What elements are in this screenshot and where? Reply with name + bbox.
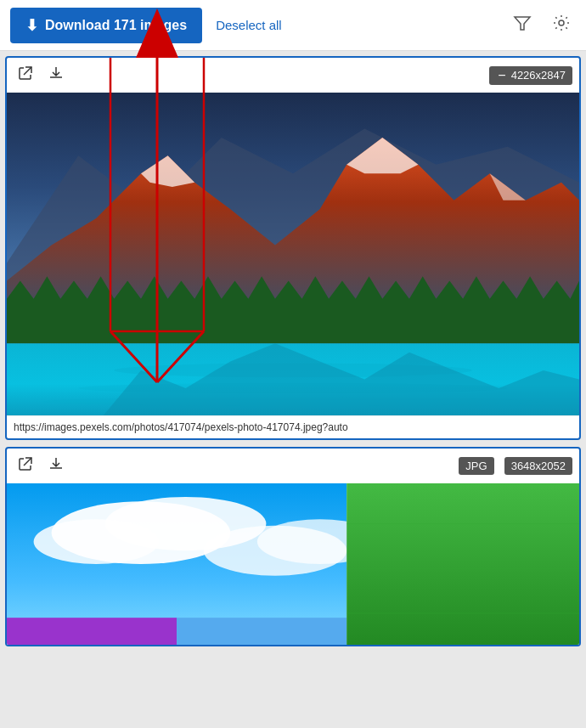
format-badge-2: JPG: [459, 457, 493, 475]
download-button[interactable]: ⬇ Download 171 images: [10, 8, 202, 43]
svg-rect-23: [7, 618, 177, 645]
sky-svg: [7, 483, 579, 645]
download-icon: ⬇: [25, 16, 38, 35]
dimension-badge-2: 3648x2052: [504, 457, 572, 475]
dimensions-text-1: 4226x2847: [511, 69, 566, 82]
minus-button-1[interactable]: −: [496, 69, 507, 82]
svg-rect-24: [177, 618, 347, 645]
sky-image-2: [7, 483, 579, 645]
download-single-button-2[interactable]: [44, 454, 68, 478]
deselect-all-link[interactable]: Deselect all: [216, 18, 282, 32]
svg-line-16: [24, 458, 31, 466]
download-single-button-1[interactable]: [44, 63, 68, 87]
settings-icon: [552, 14, 571, 32]
open-external-icon: [17, 65, 34, 82]
svg-line-2: [24, 67, 31, 75]
toolbar: ⬇ Download 171 images Deselect all: [0, 0, 586, 51]
dimension-badge-1: − 4226x2847: [489, 66, 572, 85]
image-url-1: https://images.pexels.com/photos/417074/…: [7, 415, 579, 438]
content-area: − 4226x2847: [0, 51, 586, 728]
card-header-1: − 4226x2847: [7, 58, 579, 93]
filter-icon: [513, 14, 532, 32]
download-single-icon-2: [48, 455, 65, 472]
download-single-icon: [48, 65, 65, 82]
open-external-button-2[interactable]: [14, 454, 37, 478]
open-external-button-1[interactable]: [14, 63, 37, 87]
open-external-icon-2: [17, 455, 34, 472]
svg-point-20: [34, 519, 159, 564]
mountain-svg: [7, 93, 579, 415]
image-card-1: − 4226x2847: [5, 56, 581, 440]
svg-marker-0: [515, 17, 530, 30]
image-card-2: JPG 3648x2052: [5, 447, 581, 646]
download-label: Download 171 images: [45, 18, 187, 33]
svg-rect-25: [347, 483, 579, 645]
filter-button[interactable]: [508, 10, 537, 40]
svg-point-1: [559, 20, 564, 25]
settings-button[interactable]: [547, 10, 576, 40]
mountain-image-1: [7, 93, 579, 415]
dimensions-text-2: 3648x2052: [511, 460, 566, 472]
card-header-2: JPG 3648x2052: [7, 449, 579, 483]
